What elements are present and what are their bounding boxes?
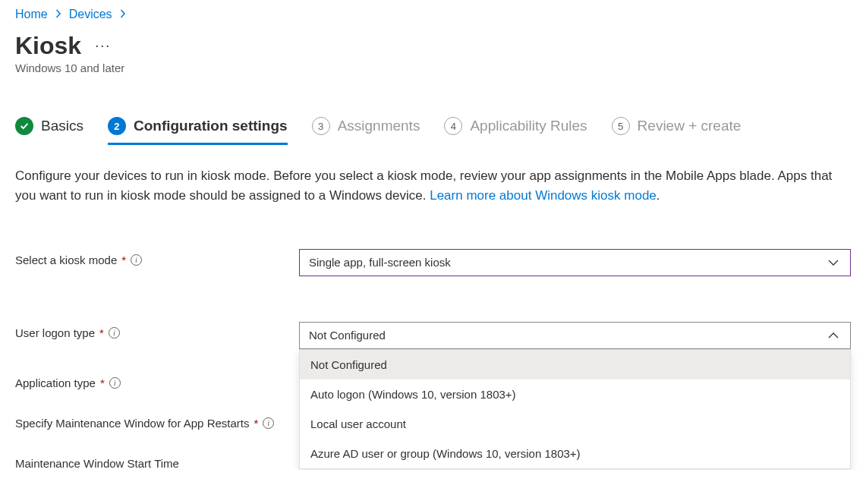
intro-text: Configure your devices to run in kiosk m… — [15, 166, 835, 206]
info-icon[interactable]: i — [263, 417, 274, 429]
more-actions-icon[interactable]: ··· — [95, 38, 111, 54]
tab-assignments[interactable]: 3 Assignments — [312, 117, 420, 145]
field-user-logon-type: User logon type * i Not Configured Not C… — [15, 322, 851, 349]
learn-more-link[interactable]: Learn more about Windows kiosk mode — [430, 188, 657, 203]
checkmark-icon — [15, 117, 33, 135]
dropdown-option[interactable]: Not Configured — [300, 350, 850, 380]
info-icon[interactable]: i — [109, 377, 121, 389]
required-indicator: * — [121, 254, 126, 266]
tab-label: Basics — [41, 118, 83, 134]
tab-basics[interactable]: Basics — [15, 117, 83, 145]
chevron-right-icon — [55, 8, 61, 20]
field-label: Maintenance Window Start Time — [15, 457, 179, 470]
chevron-up-icon — [826, 331, 841, 340]
info-icon[interactable]: i — [109, 327, 120, 339]
page-header: Kiosk ··· Windows 10 and later — [15, 32, 851, 74]
tab-label: Review + create — [638, 118, 742, 134]
kiosk-mode-select[interactable]: Single app, full-screen kiosk — [299, 249, 851, 276]
tab-label: Configuration settings — [134, 118, 288, 134]
tab-label: Applicability Rules — [470, 118, 587, 134]
field-label: Select a kiosk mode * i — [15, 254, 142, 266]
info-icon[interactable]: i — [131, 254, 142, 266]
wizard-tabs: Basics 2 Configuration settings 3 Assign… — [15, 117, 851, 145]
tab-label: Assignments — [338, 118, 420, 134]
step-number-icon: 5 — [612, 117, 630, 135]
dropdown-option[interactable]: Azure AD user or group (Windows 10, vers… — [300, 439, 850, 468]
chevron-down-icon — [826, 258, 841, 267]
select-value: Not Configured — [309, 329, 386, 342]
step-number-icon: 3 — [312, 117, 330, 135]
tab-review-create[interactable]: 5 Review + create — [612, 117, 742, 145]
required-indicator: * — [254, 417, 258, 430]
breadcrumb-devices[interactable]: Devices — [69, 8, 112, 21]
tab-applicability-rules[interactable]: 4 Applicability Rules — [444, 117, 587, 145]
tab-configuration-settings[interactable]: 2 Configuration settings — [108, 117, 288, 145]
step-number-icon: 2 — [108, 117, 126, 135]
breadcrumb: Home Devices — [15, 0, 851, 21]
field-label: Specify Maintenance Window for App Resta… — [15, 417, 274, 430]
user-logon-type-select[interactable]: Not Configured — [299, 322, 851, 349]
required-indicator: * — [100, 376, 105, 389]
user-logon-type-dropdown: Not Configured Auto logon (Windows 10, v… — [299, 349, 851, 469]
chevron-right-icon — [120, 8, 126, 20]
required-indicator: * — [99, 326, 104, 339]
field-label: User logon type * i — [15, 326, 120, 339]
page-subtitle: Windows 10 and later — [15, 61, 851, 74]
field-kiosk-mode: Select a kiosk mode * i Single app, full… — [15, 249, 851, 276]
page-title: Kiosk — [15, 32, 81, 60]
breadcrumb-home[interactable]: Home — [15, 8, 48, 21]
field-label: Application type * i — [15, 376, 121, 389]
dropdown-option[interactable]: Local user account — [300, 409, 850, 439]
select-value: Single app, full-screen kiosk — [309, 256, 451, 269]
step-number-icon: 4 — [444, 117, 462, 135]
dropdown-option[interactable]: Auto logon (Windows 10, version 1803+) — [300, 380, 850, 409]
